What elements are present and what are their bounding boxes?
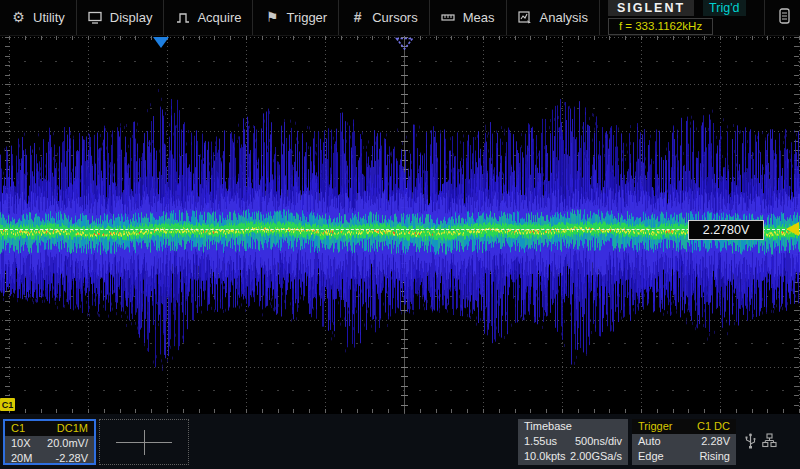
menu-cursors-label: Cursors [372, 10, 418, 25]
menu-analysis-label: Analysis [540, 10, 588, 25]
waveform-display-area: 2.2780V C1 [0, 36, 800, 414]
measure-icon [441, 10, 456, 25]
menu-analysis[interactable]: Analysis [507, 0, 600, 35]
active-panel-tab[interactable]: CURSORS [764, 0, 800, 35]
trigger-type: Edge [638, 449, 664, 464]
frequency-readout: f = 333.1162kHz [608, 18, 713, 35]
menu-trigger-label: Trigger [286, 10, 327, 25]
trigger-status-badge: Trig'd [703, 0, 745, 16]
menu-meas-label: Meas [463, 10, 495, 25]
usb-status-icon [744, 433, 757, 449]
channel-coupling: DC1M [57, 421, 88, 436]
cursors-icon: # [350, 10, 365, 25]
brand-logo: SIGLENT [608, 0, 694, 16]
menu-acquire-label: Acquire [197, 10, 241, 25]
timebase-scale: 500ns/div [575, 434, 622, 449]
channel-1-descriptor-box[interactable]: C1 DC1M 10X 20.0mV/ 20M -2.28V [3, 419, 96, 465]
channel-probe-attenuation: 10X [11, 436, 31, 451]
channel-offset-value: -2.28V [56, 451, 88, 465]
trigger-source: C1 DC [697, 419, 730, 434]
gear-icon: ⚙ [11, 10, 26, 25]
trigger-descriptor-box[interactable]: Trigger C1 DC Auto 2.28V Edge Rising [632, 419, 736, 465]
menu-utility-label: Utility [33, 10, 65, 25]
flag-icon: ⚑ [264, 10, 279, 25]
channel-volts-per-div: 20.0mV/ [47, 436, 88, 451]
menu-display[interactable]: Display [77, 0, 165, 35]
timebase-title: Timebase [524, 419, 572, 434]
bottom-status-bar: C1 DC1M 10X 20.0mV/ 20M -2.28V Timebase … [0, 414, 800, 469]
empty-channel-slot[interactable] [99, 419, 189, 465]
oscilloscope-screen: { "menu": { "items": [ {"label": "Utilit… [0, 0, 800, 469]
horizontal-cursor-line[interactable] [0, 229, 800, 230]
channel-bandwidth-limit: 20M [11, 451, 32, 465]
timebase-descriptor-box[interactable]: Timebase 1.55us 500ns/div 10.0kpts 2.00G… [518, 419, 628, 465]
trigger-slope: Rising [699, 449, 730, 464]
channel-name: C1 [11, 421, 25, 436]
trigger-title: Trigger [638, 419, 672, 434]
menu-list-icon [779, 8, 790, 27]
brand-status-block: SIGLENT Trig'd f = 333.1162kHz [600, 0, 764, 35]
analysis-icon [518, 10, 533, 25]
timebase-delay: 1.55us [524, 434, 557, 449]
crosshair-icon [144, 430, 145, 455]
acquire-icon [175, 10, 190, 25]
menu-utility[interactable]: ⚙ Utility [0, 0, 77, 35]
channel-offset-marker[interactable]: C1 [0, 398, 15, 411]
menu-display-label: Display [110, 10, 153, 25]
trigger-level-marker[interactable] [786, 222, 799, 236]
menu-cursors[interactable]: # Cursors [339, 0, 430, 35]
timebase-sample-rate: 2.00GSa/s [570, 449, 622, 464]
trigger-level-value: 2.28V [701, 434, 730, 449]
cursor-value-label[interactable]: 2.2780V [688, 220, 764, 240]
menu-meas[interactable]: Meas [430, 0, 507, 35]
timebase-memory-depth: 10.0kpts [524, 449, 566, 464]
trigger-mode: Auto [638, 434, 661, 449]
lan-status-icon [762, 433, 777, 448]
menu-acquire[interactable]: Acquire [164, 0, 253, 35]
trigger-position-marker[interactable] [153, 37, 169, 48]
top-menu-bar: ⚙ Utility Display Acquire ⚑ Trigger # Cu… [0, 0, 800, 36]
waveform-canvas [0, 36, 800, 414]
menu-trigger[interactable]: ⚑ Trigger [253, 0, 339, 35]
display-icon [88, 10, 103, 25]
trigger-delay-reference-marker[interactable] [395, 37, 414, 55]
